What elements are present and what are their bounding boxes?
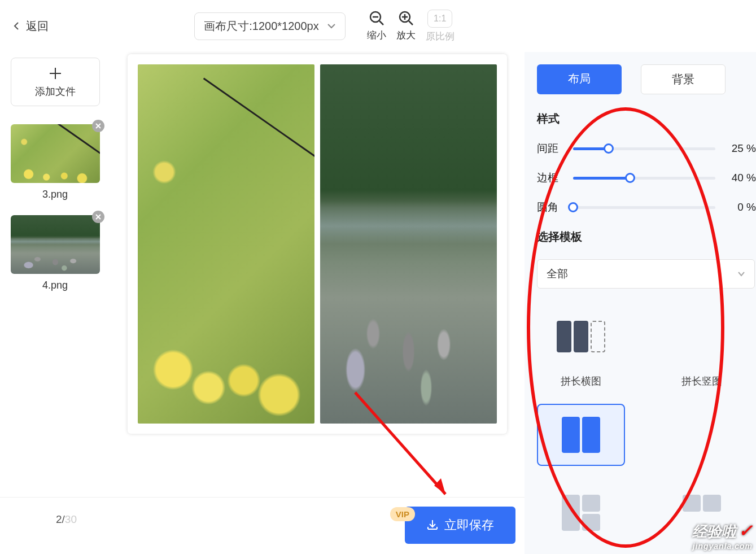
template-grid: 拼长横图 拼长竖图 xyxy=(537,306,756,544)
thumbnail-remove-button[interactable] xyxy=(92,211,104,223)
template-filter-value: 全部 xyxy=(547,267,568,281)
thumbnail-image xyxy=(11,215,100,274)
template-filter-select[interactable]: 全部 xyxy=(537,259,755,289)
thumbnail-name: 4.png xyxy=(42,280,68,291)
spacing-slider[interactable] xyxy=(573,143,715,154)
template-heading: 选择模板 xyxy=(537,229,756,245)
chevron-down-icon xyxy=(327,21,336,30)
zoom-out-label: 缩小 xyxy=(367,29,386,42)
ratio-value: 1:1 xyxy=(427,10,452,28)
canvas-size-label: 画布尺寸:1200*1200px xyxy=(204,19,318,34)
corner-label: 圆角 xyxy=(537,200,563,215)
canvas-size-select[interactable]: 画布尺寸:1200*1200px xyxy=(194,12,345,40)
canvas-slot-right[interactable] xyxy=(320,64,497,424)
canvas-area: 2/30 VIP 立即保存 xyxy=(110,52,525,554)
border-value: 40 % xyxy=(726,172,756,184)
left-sidebar: 添加文件 3.png 4.png xyxy=(0,52,110,554)
zoom-out-icon xyxy=(368,10,385,27)
template-label: 拼长横图 xyxy=(561,374,601,388)
add-file-label: 添加文件 xyxy=(35,85,76,98)
svg-line-1 xyxy=(379,21,383,25)
plus-icon xyxy=(47,66,63,81)
tab-layout[interactable]: 布局 xyxy=(537,64,622,94)
divider xyxy=(0,497,536,498)
vip-badge: VIP xyxy=(390,507,415,521)
thumbnail-image xyxy=(11,124,100,183)
reset-ratio-button[interactable]: 1:1 原比例 xyxy=(426,10,455,43)
spacing-value: 25 % xyxy=(726,142,756,155)
zoom-in-label: 放大 xyxy=(396,29,416,42)
save-area: VIP 立即保存 xyxy=(390,507,515,544)
page-total: 30 xyxy=(65,513,77,525)
spacing-label: 间距 xyxy=(537,141,563,156)
chevron-left-icon xyxy=(12,21,21,30)
page-current: 2 xyxy=(56,513,62,525)
template-long-vertical[interactable]: 拼长竖图 xyxy=(658,306,746,388)
close-icon xyxy=(95,123,101,129)
top-toolbar: 返回 画布尺寸:1200*1200px 缩小 放大 1:1 原比例 xyxy=(0,0,756,52)
zoom-controls: 缩小 放大 1:1 原比例 xyxy=(367,10,455,43)
collage-canvas[interactable] xyxy=(128,54,507,434)
corner-row: 圆角 0 % xyxy=(537,200,756,215)
style-heading: 样式 xyxy=(537,111,756,126)
main-area: 添加文件 3.png 4.png 2/30 xyxy=(0,52,756,554)
spacing-row: 间距 25 % xyxy=(537,141,756,156)
back-label: 返回 xyxy=(26,19,49,34)
border-slider[interactable] xyxy=(573,172,715,184)
template-grid-3b[interactable] xyxy=(658,482,746,544)
top-center: 画布尺寸:1200*1200px 缩小 放大 1:1 原比例 xyxy=(132,10,517,43)
panel-tabs: 布局 背景 xyxy=(537,64,756,94)
tab-background[interactable]: 背景 xyxy=(641,64,726,94)
template-side-by-side[interactable] xyxy=(537,404,625,466)
corner-slider[interactable] xyxy=(573,202,715,213)
right-panel: 布局 背景 样式 间距 25 % 边框 40 % 圆角 0 % 选择模板 xyxy=(525,52,756,554)
save-label: 立即保存 xyxy=(444,517,494,534)
template-grid-3a[interactable] xyxy=(537,482,625,544)
zoom-out-button[interactable]: 缩小 xyxy=(367,10,386,42)
zoom-in-button[interactable]: 放大 xyxy=(396,10,416,42)
zoom-in-icon xyxy=(397,10,414,27)
thumbnail-item[interactable] xyxy=(11,124,100,183)
template-label: 拼长竖图 xyxy=(681,374,722,388)
download-icon xyxy=(426,519,439,531)
template-long-horizontal[interactable]: 拼长横图 xyxy=(537,306,625,388)
thumbnail-name: 3.png xyxy=(42,189,68,200)
ratio-label: 原比例 xyxy=(426,30,455,43)
corner-value: 0 % xyxy=(726,201,756,213)
template-stacked[interactable] xyxy=(658,404,746,466)
close-icon xyxy=(95,214,101,220)
svg-line-4 xyxy=(409,21,413,25)
thumbnail-remove-button[interactable] xyxy=(92,120,104,132)
back-button[interactable]: 返回 xyxy=(8,14,53,38)
chevron-down-icon xyxy=(737,270,745,278)
save-button[interactable]: 立即保存 xyxy=(405,507,515,544)
border-row: 边框 40 % xyxy=(537,171,756,185)
border-label: 边框 xyxy=(537,171,563,185)
page-counter: 2/30 xyxy=(56,513,77,526)
add-file-button[interactable]: 添加文件 xyxy=(11,58,100,106)
canvas-slot-left[interactable] xyxy=(138,64,314,424)
thumbnail-item[interactable] xyxy=(11,215,100,274)
